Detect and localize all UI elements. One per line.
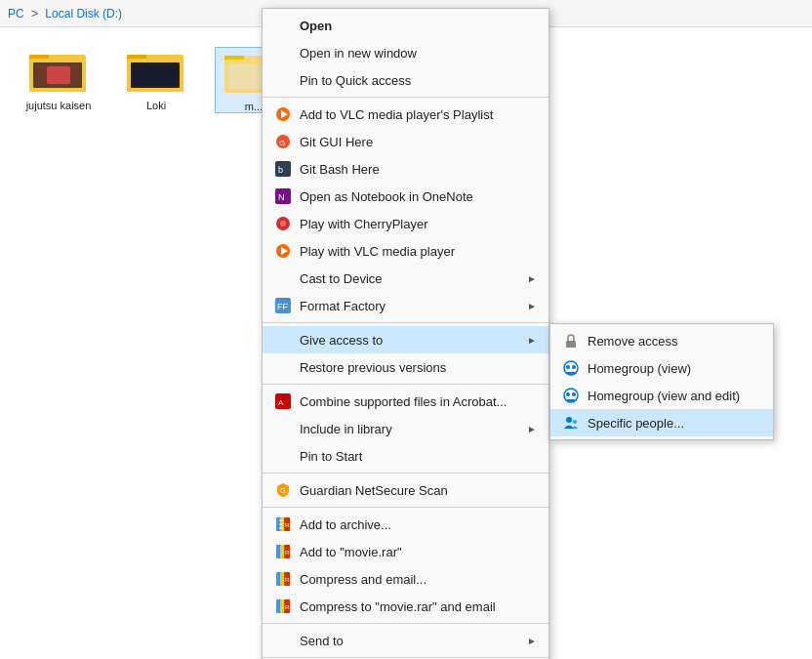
menu-item-add-movie-rar[interactable]: R Add to "movie.rar" (263, 538, 548, 565)
menu-item-guardian[interactable]: G Guardian NetSecure Scan (263, 476, 548, 504)
submenu-label-homegroup-view: Homegroup (view) (588, 361, 761, 376)
svg-rect-5 (47, 66, 70, 84)
svg-point-33 (572, 365, 576, 369)
submenu-item-homegroup-view[interactable]: Homegroup (view) (550, 354, 773, 382)
pin-quick-icon (274, 71, 292, 89)
menu-label-pin-start: Pin to Start (300, 449, 537, 464)
compress-email-icon: R (274, 570, 292, 588)
vlc-playlist-icon (274, 105, 292, 123)
svg-text:b: b (278, 165, 283, 175)
svg-rect-45 (279, 523, 283, 525)
menu-label-add-movie-rar: Add to "movie.rar" (300, 545, 537, 559)
git-bash-icon: b (274, 160, 292, 178)
menu-item-cast[interactable]: Cast to Device ► (263, 265, 548, 292)
remove-access-icon (562, 332, 580, 350)
menu-item-add-archive[interactable]: R Add to archive... (263, 511, 548, 538)
menu-label-format-factory: Format Factory (300, 299, 527, 313)
menu-item-onenote[interactable]: N Open as Notebook in OneNote (263, 183, 548, 210)
svg-point-24 (280, 221, 286, 227)
sep-7 (263, 657, 548, 658)
menu-label-cast: Cast to Device (300, 271, 527, 286)
sep-2 (263, 322, 548, 323)
svg-text:G: G (280, 487, 285, 494)
menu-item-compress-movie-email[interactable]: R Compress to "movie.rar" and email (263, 593, 548, 620)
folder-jujutsu-label: jujutsu kaisen (26, 100, 92, 111)
give-access-arrow: ► (527, 335, 537, 346)
menu-label-git-gui: Git GUI Here (300, 135, 537, 149)
homegroup-view-edit-icon (562, 387, 580, 404)
breadcrumb-drive[interactable]: Local Disk (D:) (45, 7, 122, 21)
menu-item-give-access[interactable]: Give access to ► Remove access (263, 326, 548, 353)
breadcrumb-pc[interactable]: PC (8, 7, 24, 21)
submenu-item-specific-people[interactable]: Specific people... (550, 409, 773, 436)
svg-point-38 (573, 420, 577, 424)
menu-item-pin-quick[interactable]: Pin to Quick access (263, 66, 548, 94)
send-to-icon (274, 632, 292, 649)
sep-4 (263, 473, 548, 474)
menu-item-restore[interactable]: Restore previous versions (263, 353, 548, 381)
specific-people-icon (562, 414, 580, 432)
menu-item-format-factory[interactable]: FF Format Factory ► (263, 292, 548, 319)
include-library-icon (274, 420, 292, 437)
menu-item-compress-email[interactable]: R Compress and email... (263, 565, 548, 593)
menu-item-git-gui[interactable]: G Git GUI Here (263, 128, 548, 155)
breadcrumb-sep1: > (28, 7, 42, 21)
svg-text:N: N (278, 192, 285, 202)
svg-text:R: R (285, 604, 290, 610)
menu-label-open-new-window: Open in new window (300, 46, 537, 61)
submenu-item-remove-access[interactable]: Remove access (550, 327, 773, 354)
menu-label-restore: Restore previous versions (300, 360, 537, 375)
menu-item-open[interactable]: Open (263, 12, 548, 39)
menu-label-open: Open (300, 19, 537, 33)
pin-start-icon (274, 447, 292, 465)
menu-item-git-bash[interactable]: b Git Bash Here (263, 155, 548, 183)
context-menu: Open Open in new window Pin to Quick acc… (262, 8, 549, 659)
svg-rect-54 (280, 572, 284, 586)
send-to-arrow: ► (527, 636, 537, 646)
folder-loki[interactable]: Loki (117, 47, 195, 111)
menu-label-send-to: Send to (300, 634, 527, 648)
menu-item-include-library[interactable]: Include in library ► (263, 415, 548, 442)
sep-1 (263, 97, 548, 98)
include-library-arrow: ► (527, 424, 537, 434)
compress-movie-email-icon: R (274, 597, 292, 615)
menu-label-give-access: Give access to (300, 333, 527, 348)
menu-item-pin-start[interactable]: Pin to Start (263, 442, 548, 470)
menu-item-add-vlc-playlist[interactable]: Add to VLC media player's Playlist (263, 101, 548, 128)
give-access-submenu: Remove access Homegroup (view) (549, 323, 774, 440)
menu-item-vlc[interactable]: Play with VLC media player (263, 237, 548, 265)
folder-jujutsu[interactable]: jujutsu kaisen (20, 47, 98, 111)
menu-item-open-new-window[interactable]: Open in new window (263, 39, 548, 66)
cast-arrow: ► (527, 273, 537, 284)
submenu-item-homegroup-view-edit[interactable]: Homegroup (view and edit) (550, 382, 773, 409)
git-gui-icon: G (274, 133, 292, 150)
cherry-icon (274, 215, 292, 232)
menu-label-compress-movie-email: Compress to "movie.rar" and email (300, 599, 537, 614)
menu-label-guardian: Guardian NetSecure Scan (300, 483, 537, 498)
folder-jujutsu-icon (29, 47, 88, 96)
onenote-icon: N (274, 187, 292, 205)
menu-label-onenote: Open as Notebook in OneNote (300, 189, 537, 204)
svg-rect-44 (279, 519, 283, 521)
sep-5 (263, 507, 548, 508)
give-access-icon (274, 331, 292, 349)
menu-item-cherry[interactable]: Play with CherryPlayer (263, 210, 548, 237)
open-new-window-icon (274, 44, 292, 62)
svg-point-37 (566, 417, 572, 423)
menu-label-cherry: Play with CherryPlayer (300, 217, 537, 231)
menu-item-send-to[interactable]: Send to ► (263, 627, 548, 654)
svg-text:R: R (285, 522, 290, 528)
explorer-window: PC > Local Disk (D:) jujutsu kaisen (0, 0, 812, 659)
folder-movie-label: m... (245, 101, 263, 112)
menu-item-acrobat[interactable]: A Combine supported files in Acrobat... (263, 388, 548, 415)
format-factory-arrow: ► (527, 301, 537, 311)
menu-label-git-bash: Git Bash Here (300, 162, 537, 177)
menu-label-add-archive: Add to archive... (300, 517, 537, 532)
svg-text:A: A (278, 398, 284, 407)
add-movie-rar-icon: R (274, 543, 292, 560)
svg-text:G: G (279, 139, 285, 147)
svg-rect-58 (280, 599, 284, 613)
acrobat-icon: A (274, 392, 292, 410)
menu-label-acrobat: Combine supported files in Acrobat... (300, 394, 537, 409)
submenu-label-homegroup-view-edit: Homegroup (view and edit) (588, 389, 761, 403)
